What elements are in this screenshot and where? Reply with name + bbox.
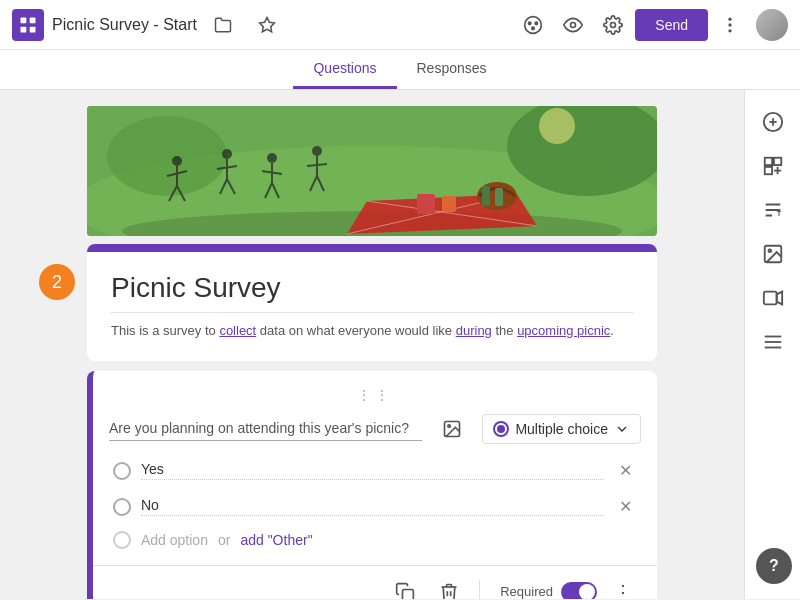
app-icon [12,9,44,41]
radio-dot [497,425,505,433]
svg-rect-42 [417,194,435,214]
svg-point-10 [611,22,616,27]
delete-button[interactable] [431,574,467,600]
svg-rect-46 [495,188,503,206]
svg-point-6 [529,22,532,24]
svg-point-28 [267,153,277,163]
more-menu-button[interactable] [712,7,748,43]
form-card-wrapper: 2 Picnic Survey This is a survey to coll… [87,244,657,361]
svg-rect-50 [403,589,414,599]
add-option-text[interactable]: Add option [141,532,208,548]
svg-rect-1 [30,17,36,23]
star-icon-button[interactable] [249,7,285,43]
drag-handle: ⋮⋮ [109,387,641,403]
svg-marker-4 [259,17,274,31]
svg-rect-2 [21,26,27,32]
header: Picnic Survey - Start [0,0,800,50]
svg-point-17 [107,116,227,196]
type-select-label: Multiple choice [515,421,608,437]
svg-point-13 [728,29,731,32]
add-option-separator: or [218,532,230,548]
svg-point-49 [448,424,451,427]
option-radio-no [113,498,131,516]
add-question-button[interactable] [753,102,793,142]
option-radio-yes [113,462,131,480]
question-footer: Required ⋮ [93,565,657,600]
main-area: 2 Picnic Survey This is a survey to coll… [0,90,800,599]
duplicate-button[interactable] [387,574,423,600]
svg-point-7 [535,22,538,24]
svg-text:T: T [776,209,781,218]
svg-rect-60 [763,292,776,305]
highlight-upcoming: upcoming picnic [517,323,610,338]
svg-point-9 [571,22,576,27]
question-type-select[interactable]: Multiple choice [482,414,641,444]
option-row-no: No ✕ [109,495,641,519]
svg-point-33 [312,146,322,156]
divider [479,580,480,600]
folder-icon-button[interactable] [205,7,241,43]
page-title: Picnic Survey - Start [52,16,197,34]
hero-image [87,106,657,236]
add-option-radio [113,531,131,549]
toggle-knob [579,584,595,600]
option-label-no: No [141,497,603,516]
image-upload-button[interactable] [434,411,470,447]
add-video-button[interactable] [753,278,793,318]
svg-point-12 [728,23,731,26]
highlight-during: during [456,323,492,338]
svg-rect-0 [21,17,27,23]
form-description: This is a survey to collect data on what… [111,321,633,341]
svg-rect-56 [764,167,771,174]
form-card: Picnic Survey This is a survey to collec… [87,244,657,361]
required-toggle[interactable] [561,582,597,600]
more-options-button[interactable]: ⋮ [605,574,641,600]
settings-icon-button[interactable] [595,7,631,43]
form-title: Picnic Survey [111,272,633,313]
send-button[interactable]: Send [635,9,708,41]
svg-point-5 [525,16,542,33]
svg-rect-3 [30,26,36,32]
svg-rect-43 [442,196,456,212]
add-other-link[interactable]: add "Other" [240,532,312,548]
avatar[interactable] [756,9,788,41]
remove-no-button[interactable]: ✕ [613,495,637,519]
import-questions-button[interactable] [753,146,793,186]
preview-icon-button[interactable] [555,7,591,43]
header-left: Picnic Survey - Start [12,7,515,43]
step-indicator: 2 [39,264,75,300]
svg-point-47 [539,108,575,144]
svg-point-8 [532,27,535,30]
highlight-collect: collect [219,323,256,338]
svg-rect-55 [773,158,780,165]
tabs-bar: Questions Responses [0,50,800,90]
option-label-yes: Yes [141,461,603,480]
svg-point-18 [172,156,182,166]
tab-responses[interactable]: Responses [397,50,507,89]
radio-icon [493,421,509,437]
svg-marker-61 [776,292,782,305]
help-button[interactable]: ? [756,548,792,584]
add-option-row: Add option or add "Other" [109,531,641,549]
svg-point-23 [222,149,232,159]
add-section-button[interactable] [753,322,793,362]
palette-icon-button[interactable] [515,7,551,43]
remove-yes-button[interactable]: ✕ [613,459,637,483]
required-label: Required [500,584,553,599]
svg-rect-45 [482,186,490,206]
tab-questions[interactable]: Questions [293,50,396,89]
question-input[interactable] [109,416,422,441]
svg-point-11 [728,17,731,20]
option-row-yes: Yes ✕ [109,459,641,483]
svg-point-59 [768,249,771,252]
question-top: Multiple choice [109,411,641,447]
header-right: Send [515,7,788,43]
add-title-button[interactable]: T [753,190,793,230]
svg-rect-54 [764,158,771,165]
add-image-button[interactable] [753,234,793,274]
content-area: 2 Picnic Survey This is a survey to coll… [0,90,744,599]
right-sidebar: T [744,90,800,599]
question-card: ⋮⋮ Multiple choice [87,371,657,600]
